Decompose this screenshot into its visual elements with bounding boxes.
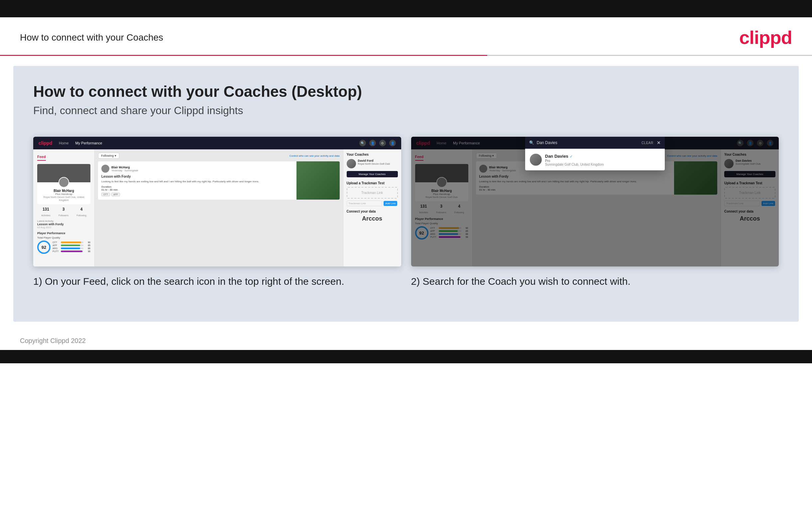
stat-activities: 131 Activities — [41, 207, 51, 218]
search-input-text[interactable]: Dan Davies — [537, 140, 641, 145]
post-card: Blair McHarg Yesterday · Sunningdale Les… — [98, 161, 340, 200]
bar-ott: OTT 90 — [52, 241, 90, 244]
verified-icon: ✓ — [570, 154, 573, 158]
stat-following: 4 Following — [77, 207, 86, 218]
app-mock-left: clippd Home My Performance 🔍 👤 ⚙ 👤 — [33, 137, 401, 266]
arccos-logo: Arccos — [347, 215, 398, 222]
settings-icon[interactable]: ⚙ — [379, 140, 386, 146]
top-bar — [0, 0, 812, 17]
clippd-logo: clippd — [739, 27, 792, 48]
nav-link-performance[interactable]: My Performance — [76, 141, 102, 145]
result-name-row: Dan Davies ✓ — [545, 153, 604, 159]
screenshot-frame-right: clippd Home My Performance 🔍 👤 ⚙ 👤 Feed — [411, 137, 779, 266]
search-dropdown: 🔍 Dan Davies CLEAR ✕ Dan Davies ✓ — [525, 137, 665, 170]
arg-val: 86 — [85, 247, 90, 250]
app-val: 85 — [85, 244, 90, 247]
bottom-bar — [0, 350, 812, 363]
coach-name: David Ford — [358, 159, 390, 162]
search-result-item[interactable]: Dan Davies ✓ Pro Sunningdale Golf Club, … — [525, 149, 665, 170]
search-bar-row: 🔍 Dan Davies CLEAR ✕ — [525, 137, 665, 149]
coach-card: David Ford Royal North Devon Golf Club — [347, 159, 398, 168]
trackman-placeholder: Trackman Link — [351, 191, 394, 195]
bar-arg: ARG 86 — [52, 247, 90, 250]
post-author-name: Blair McHarg — [111, 166, 138, 169]
control-link[interactable]: Control who can see your activity and da… — [289, 154, 340, 157]
main-subheading: Find, connect and share your Clippd insi… — [33, 104, 779, 117]
bar-app: APP 85 — [52, 244, 90, 247]
post-image — [296, 161, 340, 200]
arg-label: ARG — [52, 247, 60, 250]
post-author-row: Blair McHarg Yesterday · Sunningdale — [101, 165, 293, 173]
avatar-icon[interactable]: 👤 — [389, 140, 396, 146]
search-icon[interactable]: 🔍 — [359, 140, 366, 146]
copyright-text: Copyright Clippd 2022 — [20, 337, 86, 344]
post-avatar — [101, 165, 109, 173]
quality-circle: 92 — [37, 241, 51, 254]
following-label: Following — [77, 214, 86, 217]
add-link-button[interactable]: Add Link — [384, 201, 397, 206]
result-info: Dan Davies ✓ Pro Sunningdale Golf Club, … — [545, 153, 604, 166]
coach-info: David Ford Royal North Devon Golf Club — [358, 159, 390, 165]
putt-fill — [61, 251, 83, 252]
search-overlay: 🔍 Dan Davies CLEAR ✕ Dan Davies ✓ — [411, 137, 779, 266]
main-content: How to connect with your Coaches (Deskto… — [13, 66, 799, 322]
post-title: Lesson with Fordy — [101, 175, 293, 178]
profile-handicap: Plus Handicap — [40, 193, 88, 196]
total-quality-label: Total Player Quality — [37, 236, 90, 239]
center-panel: Following ▾ Control who can see your act… — [95, 150, 343, 266]
putt-track — [61, 251, 84, 252]
post-tags: OTT APP — [101, 193, 293, 196]
post-info: Blair McHarg Yesterday · Sunningdale Les… — [98, 161, 296, 200]
quality-row: 92 OTT 90 — [37, 241, 90, 254]
trackman-input-row: Trackman Link Add Link — [347, 201, 398, 206]
app-track — [61, 245, 84, 246]
latest-activity-section: Latest Activity Lesson with Fordy 03 Aug… — [37, 220, 90, 229]
app-body: Feed Blair McHarg Plus Handicap Royal No… — [33, 150, 401, 266]
result-role: Pro — [545, 159, 604, 163]
left-panel: Feed Blair McHarg Plus Handicap Royal No… — [33, 150, 95, 266]
feed-tab[interactable]: Feed — [37, 155, 46, 161]
activity-name: Lesson with Fordy — [37, 222, 90, 226]
tag-app: APP — [111, 193, 120, 196]
screenshot-col-left: clippd Home My Performance 🔍 👤 ⚙ 👤 — [33, 137, 401, 288]
screenshots-row: clippd Home My Performance 🔍 👤 ⚙ 👤 — [33, 137, 779, 288]
upload-title: Upload a Trackman Test — [347, 181, 398, 185]
trackman-box: Trackman Link — [347, 187, 398, 199]
putt-label: PUTT — [52, 250, 60, 253]
trackman-link-input[interactable]: Trackman Link — [347, 201, 383, 206]
bar-putt: PUTT 96 — [52, 250, 90, 253]
footer: Copyright Clippd 2022 — [0, 332, 812, 350]
ott-track — [61, 242, 84, 243]
post-author-info: Blair McHarg Yesterday · Sunningdale — [111, 166, 138, 172]
result-name: Dan Davies — [545, 154, 568, 159]
coaches-title: Your Coaches — [347, 153, 398, 156]
following-button[interactable]: Following ▾ — [98, 153, 119, 159]
clear-button[interactable]: CLEAR — [641, 141, 654, 145]
app-fill — [61, 245, 80, 246]
close-icon[interactable]: ✕ — [657, 140, 661, 145]
followers-label: Followers — [58, 214, 68, 217]
caption-left: 1) On your Feed, click on the search ico… — [33, 274, 401, 288]
profile-name: Blair McHarg — [40, 189, 88, 193]
header-divider — [0, 55, 812, 56]
right-panel: Your Coaches David Ford Royal North Devo… — [343, 150, 401, 266]
post-duration: Duration01 hr : 30 min — [101, 185, 293, 191]
post-author-sub: Yesterday · Sunningdale — [111, 169, 138, 172]
activities-count: 131 — [41, 207, 51, 212]
app-nav: clippd Home My Performance 🔍 👤 ⚙ 👤 — [33, 137, 401, 150]
ott-val: 90 — [85, 241, 90, 244]
search-magnify-icon: 🔍 — [529, 140, 534, 145]
followers-count: 3 — [58, 207, 68, 212]
profile-club: Royal North Devon Golf Club, United King… — [40, 196, 88, 202]
stat-followers: 3 Followers — [58, 207, 68, 218]
player-performance: Player Performance Total Player Quality … — [37, 231, 90, 254]
manage-coaches-button[interactable]: Manage Your Coaches — [347, 171, 398, 177]
screenshot-frame-left: clippd Home My Performance 🔍 👤 ⚙ 👤 — [33, 137, 401, 266]
connect-title: Connect your data — [347, 210, 398, 213]
profile-icon[interactable]: 👤 — [369, 140, 376, 146]
nav-link-home[interactable]: Home — [59, 141, 68, 145]
following-row: Following ▾ Control who can see your act… — [98, 153, 340, 159]
result-club: Sunningdale Golf Club, United Kingdom — [545, 163, 604, 166]
screenshot-col-right: clippd Home My Performance 🔍 👤 ⚙ 👤 Feed — [411, 137, 779, 288]
ott-fill — [61, 242, 81, 243]
